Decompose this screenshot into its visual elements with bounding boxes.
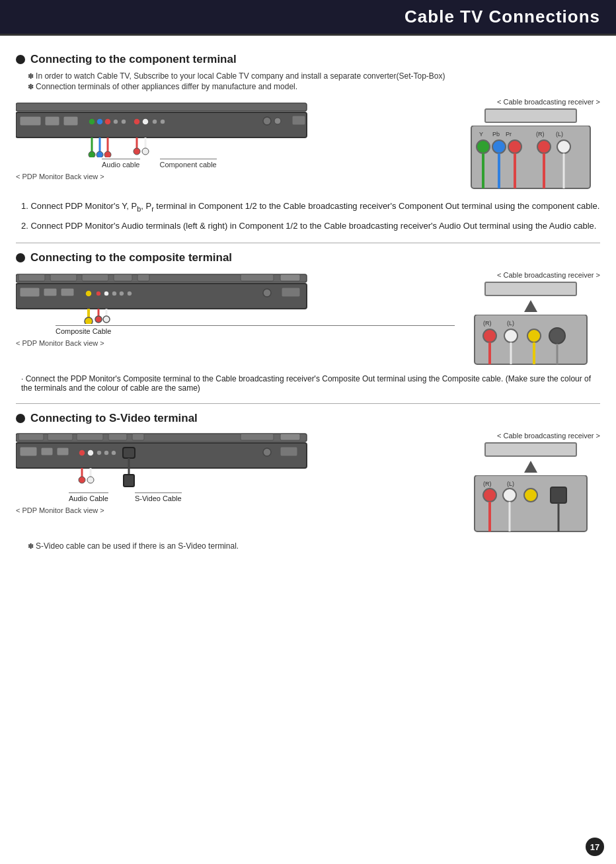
svg-point-6	[96, 118, 103, 125]
composite-cable-label: Composite Cable	[56, 325, 455, 335]
section1-receiver-svg: Y Pb Pr (R) (L)	[465, 126, 597, 192]
section1-instructions: 1. Connect PDP Monitor's Y, Pb, Pr termi…	[16, 200, 600, 232]
svg-point-9	[121, 119, 126, 124]
svg-rect-47	[114, 274, 132, 281]
svg-point-93	[87, 450, 94, 456]
svg-point-36	[537, 140, 551, 153]
svg-rect-50	[280, 274, 300, 281]
section1-instruction1: 1. Connect PDP Monitor's Y, Pb, Pr termi…	[21, 200, 600, 214]
svg-rect-0	[16, 103, 307, 111]
section3-monitor-svg	[16, 432, 455, 491]
section3-receiver-col: < Cable broadcasting receiver > (R) (L)	[461, 432, 600, 535]
svg-text:(L): (L)	[507, 481, 514, 487]
section3-pdp-label: < PDP Monitor Back view >	[16, 506, 455, 514]
section1-receiver-label: < Cable broadcasting receiver >	[461, 98, 600, 106]
svg-point-33	[508, 140, 521, 153]
svg-point-11	[142, 118, 149, 125]
svg-rect-27	[471, 126, 590, 188]
section1-diagram: Audio cable Component cable < PDP Monito…	[16, 98, 600, 192]
section1-monitor-svg	[16, 98, 455, 157]
svg-point-22	[89, 151, 95, 157]
divider1	[16, 243, 600, 243]
svg-rect-101	[124, 475, 134, 487]
svg-point-96	[111, 450, 116, 455]
svg-rect-62	[282, 288, 300, 297]
section3-cable-labels: Audio Cable S-Video Cable	[69, 492, 455, 502]
svg-point-74	[527, 329, 541, 342]
svg-point-105	[87, 477, 94, 483]
svg-rect-3	[45, 116, 59, 126]
svg-point-32	[492, 140, 506, 153]
svg-point-58	[112, 291, 117, 296]
svg-point-95	[104, 450, 109, 455]
svg-rect-54	[61, 288, 74, 296]
section2-receiver-svg: (R) (L)	[471, 315, 590, 368]
svg-point-25	[134, 148, 140, 155]
svg-rect-87	[280, 434, 300, 440]
component-cable-label: Component cable	[160, 159, 217, 169]
section2-arrow	[524, 300, 537, 312]
section1-receiver-box	[484, 108, 577, 123]
svg-rect-99	[280, 447, 297, 456]
svg-point-110	[503, 489, 516, 502]
section2-instruction: Connect the PDP Monitor's Composite term…	[21, 374, 600, 393]
svg-rect-46	[82, 274, 108, 281]
section3-svideo-cable-label: S-Video Cable	[135, 492, 182, 502]
section1-receiver-col: < Cable broadcasting receiver > Y Pb Pr …	[461, 98, 600, 192]
bullet-icon-3	[16, 414, 25, 423]
svg-text:(L): (L)	[556, 131, 563, 137]
section3-receiver-box	[484, 442, 577, 457]
svg-point-59	[119, 291, 124, 296]
svg-point-68	[103, 316, 110, 323]
section2-receiver-label: < Cable broadcasting receiver >	[461, 271, 600, 279]
section1-monitor-col: Audio cable Component cable < PDP Monito…	[16, 98, 455, 180]
svg-point-94	[96, 450, 102, 455]
svg-rect-44	[19, 274, 45, 281]
svg-point-57	[104, 291, 109, 296]
section3-arrow	[524, 461, 537, 473]
svg-rect-2	[20, 116, 41, 126]
svg-rect-45	[50, 274, 77, 281]
section1-note2: Connection terminals of other appliances…	[16, 82, 600, 91]
divider2	[16, 403, 600, 404]
section1-heading: Connecting to the component terminal	[16, 53, 600, 66]
svg-point-26	[142, 148, 149, 155]
svg-rect-48	[137, 274, 149, 281]
svg-point-103	[79, 477, 85, 483]
svg-point-109	[483, 489, 496, 502]
svg-rect-52	[20, 288, 40, 297]
bullet-icon	[16, 55, 25, 64]
svg-point-23	[96, 151, 103, 157]
svg-point-75	[549, 328, 565, 344]
svg-rect-83	[77, 434, 103, 440]
section3-heading: Connecting to S-Video terminal	[16, 412, 600, 425]
svg-point-24	[104, 151, 111, 157]
page-header: Cable TV Connections	[0, 0, 616, 36]
svg-point-14	[263, 117, 271, 125]
svg-rect-97	[123, 448, 135, 458]
svg-rect-90	[41, 448, 53, 455]
page-number: 17	[586, 838, 604, 856]
svg-rect-85	[132, 434, 144, 440]
section2-pdp-label: < PDP Monitor Back view >	[16, 339, 455, 347]
svg-text:(R): (R)	[536, 131, 545, 137]
svg-text:(R): (R)	[483, 481, 492, 487]
section2-monitor-svg	[16, 271, 455, 324]
svg-point-60	[127, 291, 132, 296]
svg-rect-16	[292, 116, 305, 125]
svg-rect-51	[16, 284, 307, 309]
svg-text:(R): (R)	[483, 320, 492, 327]
section2-heading: Connecting to the composite terminal	[16, 251, 600, 264]
svg-point-64	[85, 317, 93, 324]
svg-text:Y: Y	[479, 131, 483, 137]
svg-point-56	[96, 291, 101, 296]
svg-rect-53	[44, 288, 57, 296]
section3-diagram: Audio Cable S-Video Cable < PDP Monitor …	[16, 432, 600, 535]
section1-note1: In order to watch Cable TV, Subscribe to…	[16, 71, 600, 81]
section3-audio-cable-label: Audio Cable	[69, 492, 108, 502]
page-title: Cable TV Connections	[404, 7, 600, 26]
svg-point-15	[274, 118, 281, 124]
section2-receiver-col: < Cable broadcasting receiver > (R) (L)	[461, 271, 600, 368]
svg-rect-106	[475, 475, 587, 531]
section2-diagram: Composite Cable < PDP Monitor Back view …	[16, 271, 600, 368]
